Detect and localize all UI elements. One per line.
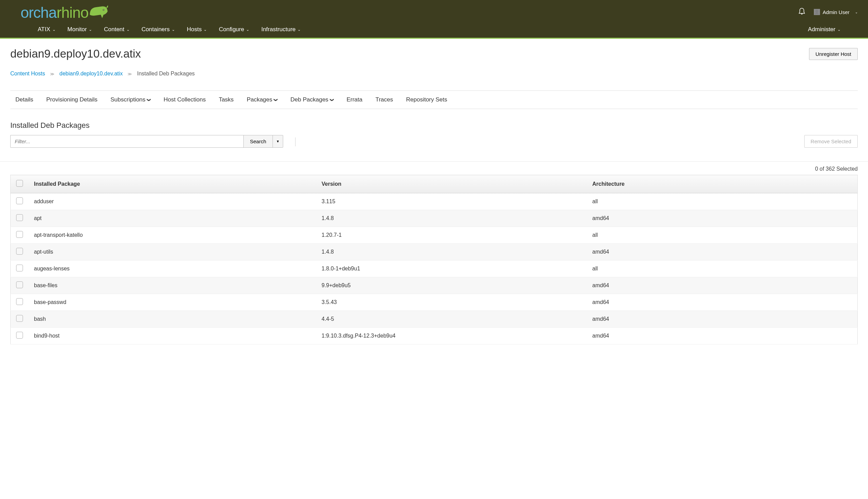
chevron-down-icon: ⌄ [126, 27, 130, 32]
chevron-down-icon: ⌄ [89, 27, 92, 32]
search-button[interactable]: Search [243, 135, 273, 148]
filter-input[interactable] [10, 135, 243, 148]
tab-label: Repository Sets [406, 96, 447, 103]
cell-architecture: amd64 [587, 277, 858, 294]
caret-down-icon: ⌄ [855, 10, 858, 14]
selection-count: 0 of 362 Selected [10, 166, 858, 172]
breadcrumb-sep-icon: ≫ [50, 72, 55, 76]
table-row: base-passwd3.5.43amd64 [11, 294, 858, 311]
tab-tasks[interactable]: Tasks [219, 91, 233, 109]
cell-package: bind9-host [28, 328, 316, 344]
breadcrumb-host[interactable]: debian9.deploy10.dev.atix [59, 71, 123, 76]
chevron-down-icon: ⌄ [52, 27, 56, 32]
row-checkbox[interactable] [16, 265, 23, 271]
nav-label: Hosts [187, 26, 202, 33]
row-checkbox-cell [11, 260, 29, 277]
nav-label: Configure [219, 26, 244, 33]
breadcrumb-content-hosts[interactable]: Content Hosts [10, 71, 45, 76]
tab-traces[interactable]: Traces [375, 91, 393, 109]
nav-label: ATIX [38, 26, 50, 33]
table-row: augeas-lenses1.8.0-1+deb9u1all [11, 260, 858, 277]
nav-label: Administer [808, 26, 835, 33]
row-checkbox[interactable] [16, 298, 23, 305]
row-checkbox-cell [11, 277, 29, 294]
cell-version: 1:9.10.3.dfsg.P4-12.3+deb9u4 [316, 328, 587, 344]
nav-item-atix[interactable]: ATIX⌄ [38, 21, 56, 38]
tab-details[interactable]: Details [15, 91, 33, 109]
svg-point-1 [103, 10, 104, 10]
tab-errata[interactable]: Errata [347, 91, 362, 109]
nav-item-configure[interactable]: Configure⌄ [219, 21, 249, 38]
content: debian9.deploy10.dev.atix Unregister Hos… [0, 39, 868, 161]
cell-package: apt-transport-katello [28, 227, 316, 244]
row-checkbox[interactable] [16, 332, 23, 339]
chevron-down-icon: ⌄ [298, 27, 301, 32]
tab-label: Subscriptions [110, 96, 145, 103]
nav-item-infrastructure[interactable]: Infrastructure⌄ [261, 21, 301, 38]
tab-host-collections[interactable]: Host Collections [164, 91, 206, 109]
nav-label: Monitor [68, 26, 87, 33]
tab-deb-packages[interactable]: Deb Packages❯ [290, 91, 334, 109]
logo-part1: orcha [21, 4, 57, 21]
unregister-host-button[interactable]: Unregister Host [809, 48, 858, 60]
search-dropdown-button[interactable]: ▼ [273, 135, 284, 148]
tab-packages[interactable]: Packages❯ [247, 91, 278, 109]
section-title: Installed Deb Packages [10, 121, 858, 130]
cell-version: 4.4-5 [316, 311, 587, 328]
tab-label: Errata [347, 96, 362, 103]
row-checkbox[interactable] [16, 197, 23, 204]
row-checkbox-cell [11, 210, 29, 227]
row-checkbox-cell [11, 294, 29, 311]
chevron-down-icon: ❯ [274, 98, 278, 101]
cell-version: 1.8.0-1+deb9u1 [316, 260, 587, 277]
main-nav: ATIX⌄Monitor⌄Content⌄Containers⌄Hosts⌄Co… [0, 21, 868, 39]
user-name: Admin User [823, 9, 849, 15]
user-area: Admin User ⌄ [798, 8, 858, 17]
chevron-down-icon: ⌄ [172, 27, 175, 32]
cell-version: 3.5.43 [316, 294, 587, 311]
nav-item-monitor[interactable]: Monitor⌄ [68, 21, 92, 38]
tab-subscriptions[interactable]: Subscriptions❯ [110, 91, 150, 109]
logo[interactable]: orcharhino [10, 3, 108, 21]
cell-package: base-passwd [28, 294, 316, 311]
chevron-down-icon: ⌄ [246, 27, 249, 32]
row-checkbox[interactable] [16, 281, 23, 288]
page-title: debian9.deploy10.dev.atix [10, 47, 141, 60]
select-all-checkbox[interactable] [16, 180, 23, 187]
nav-item-hosts[interactable]: Hosts⌄ [187, 21, 207, 38]
row-checkbox-cell [11, 193, 29, 210]
tab-label: Tasks [219, 96, 233, 103]
col-version[interactable]: Version [316, 175, 587, 193]
notifications-icon[interactable] [798, 8, 805, 17]
header-top: orcharhino Admin User ⌄ [0, 0, 868, 21]
row-checkbox[interactable] [16, 248, 23, 255]
col-architecture[interactable]: Architecture [587, 175, 858, 193]
table-row: bash4.4-5amd64 [11, 311, 858, 328]
tab-repository-sets[interactable]: Repository Sets [406, 91, 447, 109]
cell-architecture: amd64 [587, 294, 858, 311]
user-menu[interactable]: Admin User ⌄ [814, 9, 858, 15]
row-checkbox[interactable] [16, 315, 23, 322]
title-row: debian9.deploy10.dev.atix Unregister Hos… [10, 47, 858, 60]
nav-left: ATIX⌄Monitor⌄Content⌄Containers⌄Hosts⌄Co… [10, 21, 301, 38]
tab-label: Traces [375, 96, 393, 103]
filter-row: Search ▼ Remove Selected [10, 135, 858, 148]
tab-label: Provisioning Details [46, 96, 97, 103]
table-row: bind9-host1:9.10.3.dfsg.P4-12.3+deb9u4am… [11, 328, 858, 344]
nav-item-content[interactable]: Content⌄ [104, 21, 130, 38]
col-installed-package[interactable]: Installed Package [28, 175, 316, 193]
tab-provisioning-details[interactable]: Provisioning Details [46, 91, 97, 109]
breadcrumb-sep-icon: ≫ [128, 72, 132, 76]
row-checkbox[interactable] [16, 231, 23, 238]
tab-label: Deb Packages [290, 96, 328, 103]
cell-architecture: amd64 [587, 328, 858, 344]
table-row: adduser3.115all [11, 193, 858, 210]
row-checkbox[interactable] [16, 214, 23, 221]
cell-version: 3.115 [316, 193, 587, 210]
cell-package: base-files [28, 277, 316, 294]
divider [295, 137, 296, 146]
nav-right: Administer⌄ [808, 21, 858, 38]
table-row: apt-transport-katello1.20.7-1all [11, 227, 858, 244]
nav-item-administer[interactable]: Administer⌄ [808, 21, 841, 38]
nav-item-containers[interactable]: Containers⌄ [142, 21, 175, 38]
